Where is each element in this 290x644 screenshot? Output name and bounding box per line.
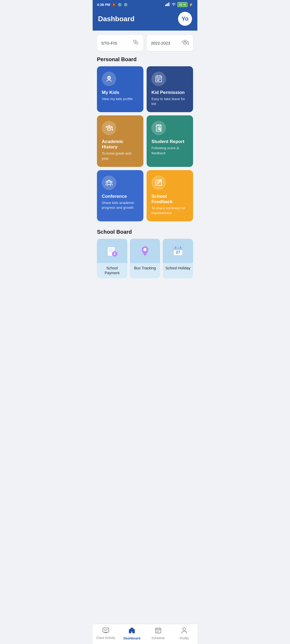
school-holiday-label: School Holiday: [163, 263, 193, 273]
status-right: 41 % ⚡: [165, 2, 193, 7]
wifi-icon: [171, 2, 176, 7]
selector-row: STG-FIS 2022-2023: [97, 35, 193, 51]
bus-tracking-label: Bus Tracking: [130, 263, 160, 273]
school-feedback-title: School Feedback: [151, 194, 188, 204]
bus-tracking-card[interactable]: Bus Tracking: [130, 239, 160, 278]
page-title: Dashboard: [98, 15, 135, 23]
my-kids-icon: [102, 72, 116, 86]
svg-point-9: [188, 44, 189, 45]
svg-rect-22: [158, 80, 159, 81]
svg-rect-20: [160, 79, 161, 79]
student-report-icon: [151, 121, 166, 135]
header: Dashboard Yo: [93, 9, 197, 31]
personal-board-title: Personal Board: [97, 56, 193, 63]
conference-subtitle: Share kids academic progress and growth: [102, 200, 139, 210]
svg-point-10: [184, 41, 186, 42]
svg-point-34: [110, 181, 112, 183]
student-report-subtitle: Following score & feedback: [151, 146, 188, 155]
school-selector[interactable]: STG-FIS: [97, 35, 143, 51]
svg-rect-3: [168, 2, 169, 6]
personal-board-grid: My Kids View my kids profile Kid Permiss…: [97, 66, 193, 221]
academic-history-card[interactable]: Academic History To know grade and year: [97, 115, 143, 167]
school-holiday-card[interactable]: 27 School Holiday: [163, 239, 193, 278]
graduate-icon: [181, 39, 189, 47]
academic-history-title: Academic History: [102, 139, 139, 150]
conference-icon: [102, 175, 116, 190]
svg-rect-1: [166, 4, 167, 6]
svg-rect-4: [169, 2, 170, 6]
school-feedback-subtitle: To share comment for improvement: [151, 206, 188, 215]
svg-rect-19: [158, 79, 159, 79]
switch-icon: [132, 39, 139, 47]
year-label: 2022-2023: [151, 41, 170, 45]
charging-icon: ⚡: [189, 3, 193, 7]
my-kids-title: My Kids: [102, 90, 139, 95]
academic-history-subtitle: To know grade and year: [102, 151, 139, 161]
school-payment-label: School Payment: [97, 263, 127, 278]
academic-history-icon: [102, 121, 116, 135]
main-content: STG-FIS 2022-2023: [93, 31, 197, 300]
svg-point-24: [112, 130, 113, 130]
my-kids-card[interactable]: My Kids View my kids profile: [97, 66, 143, 112]
school-label: STG-FIS: [101, 41, 117, 45]
kid-permission-card[interactable]: Kid Permission Easy to take leave for ki…: [147, 66, 193, 112]
alarm-muted-icon: 🔕: [112, 3, 116, 7]
conference-title: Conference: [102, 194, 139, 199]
school-holiday-icon-area: 27: [163, 239, 193, 263]
svg-point-11: [107, 76, 111, 79]
svg-point-46: [143, 248, 147, 251]
time-display: 4:38 PM: [97, 3, 110, 7]
svg-rect-2: [167, 3, 168, 6]
school-payment-icon-area: $: [97, 239, 127, 263]
svg-point-25: [108, 127, 110, 127]
school-payment-card[interactable]: $ School Payment: [97, 239, 127, 278]
student-report-card[interactable]: Student Report Following score & feedbac…: [147, 115, 193, 167]
avatar[interactable]: Yo: [178, 12, 192, 26]
kid-permission-title: Kid Permission: [151, 90, 188, 95]
settings2-icon: ⚙️: [124, 3, 128, 7]
kid-permission-subtitle: Easy to take leave for kid: [151, 97, 188, 106]
signal-icon: [165, 2, 170, 7]
svg-rect-21: [157, 80, 158, 81]
bus-tracking-icon-area: [130, 239, 160, 263]
header-row: Dashboard Yo: [98, 12, 192, 26]
svg-point-6: [133, 40, 136, 42]
svg-point-33: [106, 181, 108, 183]
kid-permission-icon: [151, 72, 166, 86]
school-board-title: School Board: [97, 229, 193, 235]
school-board-grid: $ School Payment Bus Tracking: [97, 239, 193, 278]
status-left: 4:38 PM 🔕 ⚙️ ⚙️: [97, 3, 128, 7]
conference-card[interactable]: Conference Share kids academic progress …: [97, 170, 143, 221]
svg-point-7: [136, 42, 138, 44]
school-feedback-card[interactable]: School Feedback To share comment for imp…: [147, 170, 193, 221]
settings-icon: ⚙️: [118, 3, 122, 7]
svg-text:27: 27: [176, 250, 180, 254]
battery-indicator: 41 %: [177, 2, 187, 7]
year-selector[interactable]: 2022-2023: [147, 35, 193, 51]
svg-rect-18: [157, 79, 158, 79]
student-report-title: Student Report: [151, 139, 188, 144]
svg-rect-48: [173, 247, 183, 250]
status-bar: 4:38 PM 🔕 ⚙️ ⚙️ 41 % ⚡: [93, 0, 197, 9]
my-kids-subtitle: View my kids profile: [102, 97, 139, 101]
svg-point-5: [173, 5, 174, 6]
svg-rect-0: [165, 5, 166, 6]
school-feedback-icon: [151, 175, 166, 190]
svg-text:$: $: [114, 252, 116, 256]
